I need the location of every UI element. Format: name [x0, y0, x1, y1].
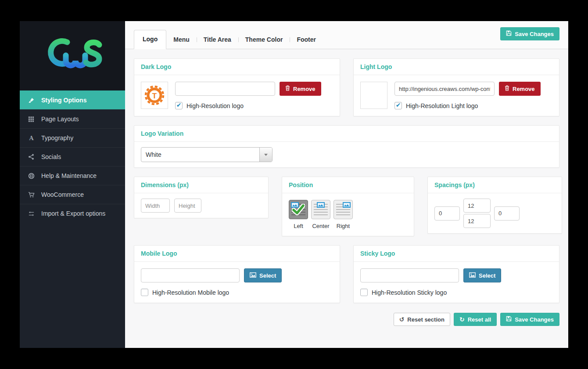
position-center-thumbnail[interactable] — [311, 200, 330, 219]
cws-brand-logo — [39, 35, 106, 76]
image-placeholder-icon — [343, 202, 351, 208]
save-changes-button-bottom[interactable]: Save Changes — [500, 313, 559, 326]
share-icon — [27, 154, 36, 160]
theme-options-window: Styling Options Page Layouts A Typograph… — [20, 21, 568, 348]
sticky-logo-url-input[interactable] — [360, 268, 459, 282]
image-icon — [250, 272, 256, 279]
checkbox-label: High-Resolution Light logo — [406, 102, 478, 109]
logo-variation-select[interactable]: White — [141, 147, 272, 162]
chevron-down-icon — [264, 154, 268, 156]
selected-option: White — [141, 151, 161, 158]
position-panel: Position Left — [282, 177, 414, 236]
panel-title: Sticky Logo — [354, 246, 559, 262]
dark-logo-preview: T — [141, 82, 168, 109]
sidebar-item-label: Page Layouts — [41, 116, 79, 123]
sticky-logo-hires-checkbox[interactable] — [360, 289, 368, 296]
dark-logo-panel: Dark Logo T — [134, 58, 340, 116]
sidebar-item-label: Import & Export options — [41, 210, 105, 217]
typography-icon: A — [27, 135, 36, 141]
height-input[interactable] — [174, 199, 201, 213]
life-ring-icon — [27, 173, 36, 179]
checkbox-label: High-Resolution logo — [186, 102, 244, 109]
tab-footer[interactable]: Footer — [290, 31, 323, 49]
dark-logo-remove-button[interactable]: Remove — [280, 82, 321, 96]
panel-title: Light Logo — [354, 59, 559, 75]
light-logo-preview — [360, 82, 387, 109]
sticky-logo-select-button[interactable]: Select — [463, 268, 501, 282]
width-input[interactable] — [141, 199, 170, 213]
undo-icon: ↺ — [399, 316, 405, 322]
sidebar-item-label: Help & Maintenance — [41, 172, 97, 179]
dark-logo-url-input[interactable] — [175, 82, 275, 96]
light-logo-remove-button[interactable]: Remove — [499, 82, 541, 96]
sidebar-item-socials[interactable]: Socials — [20, 147, 125, 166]
panel-title: Position — [282, 177, 414, 193]
position-option-right[interactable]: Right — [333, 200, 353, 229]
tab-bar: Logo Menu Title Area Theme Color Footer … — [125, 21, 568, 49]
spacings-panel: Spacings (px) — [427, 177, 562, 234]
select-dropdown-button[interactable] — [259, 148, 272, 162]
spacing-left-input[interactable] — [434, 206, 460, 221]
tab-logo[interactable]: Logo — [134, 30, 166, 49]
panel-title: Mobile Logo — [134, 246, 340, 262]
save-icon — [506, 30, 512, 37]
position-option-center[interactable]: Center — [311, 200, 330, 229]
tab-menu[interactable]: Menu — [166, 31, 197, 49]
spacing-bottom-input[interactable] — [463, 214, 491, 228]
dark-logo-hires-checkbox[interactable] — [175, 102, 183, 109]
reset-section-button[interactable]: ↺ Reset section — [394, 313, 450, 326]
sidebar-item-label: Socials — [41, 153, 61, 160]
sidebar-item-woocommerce[interactable]: WooCommerce — [20, 185, 125, 204]
panel-title: Dark Logo — [134, 59, 340, 75]
reset-all-button[interactable]: ↻ Reset all — [454, 313, 497, 326]
svg-text:T: T — [152, 92, 157, 100]
sidebar-item-label: WooCommerce — [41, 191, 84, 198]
mobile-logo-select-button[interactable]: Select — [244, 268, 282, 282]
mobile-logo-panel: Mobile Logo Select — [134, 245, 340, 303]
mobile-logo-url-input[interactable] — [141, 268, 240, 282]
dark-logo-image: T — [144, 85, 165, 105]
main-area: Logo Menu Title Area Theme Color Footer … — [125, 21, 568, 348]
save-icon — [506, 316, 512, 323]
cart-icon — [27, 192, 36, 198]
save-changes-button-top[interactable]: Save Changes — [500, 27, 559, 40]
sidebar-item-help-maintenance[interactable]: Help & Maintenance — [20, 166, 125, 185]
grid-icon — [27, 116, 36, 122]
position-label: Center — [312, 223, 329, 229]
tab-title-area[interactable]: Title Area — [197, 31, 238, 49]
selected-check-icon — [289, 200, 308, 219]
image-placeholder-icon — [317, 202, 325, 208]
dimensions-panel: Dimensions (px) — [134, 177, 269, 218]
spacing-top-input[interactable] — [463, 199, 491, 213]
logo-variation-panel: Logo Variation White — [134, 125, 559, 168]
position-option-left[interactable]: Left — [289, 200, 308, 229]
trash-icon — [285, 85, 290, 92]
mobile-logo-hires-checkbox[interactable] — [141, 289, 148, 296]
refresh-icon: ↻ — [459, 316, 465, 322]
checkbox-label: High-Resolution Sticky logo — [372, 289, 447, 296]
sidebar-item-label: Styling Options — [41, 97, 86, 104]
sidebar-item-import-export[interactable]: Import & Export options — [20, 204, 125, 223]
svg-text:A: A — [29, 135, 34, 141]
position-left-thumbnail[interactable] — [289, 200, 308, 219]
spacing-right-input[interactable] — [494, 206, 520, 221]
sidebar-item-typography[interactable]: A Typography — [20, 128, 125, 147]
sticky-logo-panel: Sticky Logo Select — [353, 245, 559, 303]
trash-icon — [505, 85, 509, 92]
footer-actions: ↺ Reset section ↻ Reset all Save Changes — [134, 313, 559, 336]
sidebar-item-styling-options[interactable]: Styling Options — [20, 90, 125, 109]
image-icon — [469, 272, 476, 279]
panel-title: Spacings (px) — [428, 177, 562, 193]
sidebar-item-page-layouts[interactable]: Page Layouts — [20, 109, 125, 128]
brand-logo-area — [20, 21, 125, 90]
tab-theme-color[interactable]: Theme Color — [238, 31, 290, 49]
checkbox-label: High-Resolution Mobile logo — [152, 289, 229, 296]
position-label: Left — [294, 223, 303, 229]
position-right-thumbnail[interactable] — [333, 200, 353, 219]
exchange-icon — [27, 210, 36, 217]
sidebar: Styling Options Page Layouts A Typograph… — [20, 21, 125, 348]
panel-title: Dimensions (px) — [134, 177, 268, 193]
light-logo-hires-checkbox[interactable] — [394, 102, 402, 109]
light-logo-url-input[interactable] — [394, 82, 495, 96]
position-label: Right — [337, 223, 350, 229]
